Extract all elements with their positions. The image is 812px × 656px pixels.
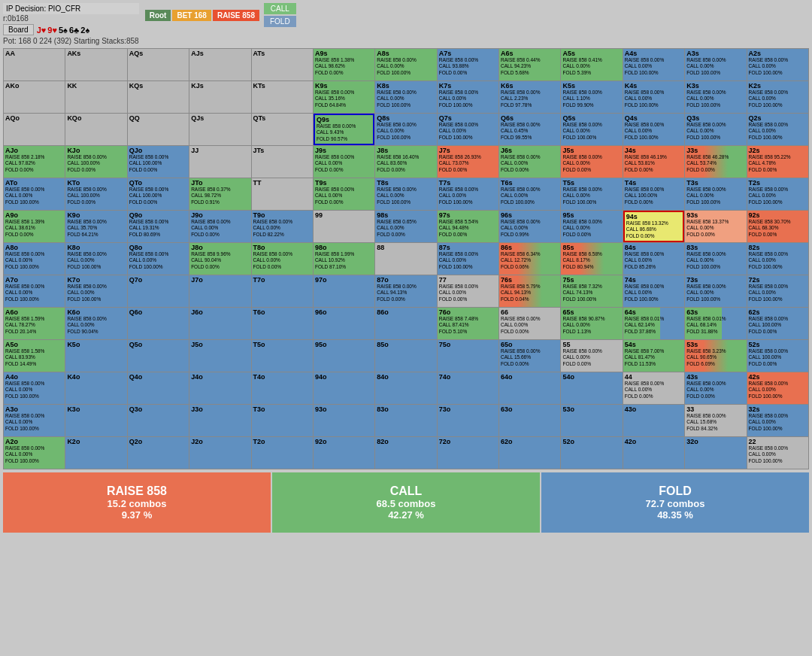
cell-T2o[interactable]: T2o xyxy=(252,437,313,469)
cell-64s[interactable]: 64s RAISE 858 0.01%CALL 62.14%FOLD 37.86… xyxy=(623,308,684,339)
cell-Q2s[interactable]: Q2s RAISE 858 0.00%CALL 0.00%FOLD 100.00… xyxy=(747,114,808,145)
cell-KTo[interactable]: KTo RAISE 858 0.00%CALL 100.00%FOLD 0.00… xyxy=(65,178,126,210)
cell-QJs[interactable]: QJs xyxy=(189,114,250,145)
cell-88[interactable]: 88 xyxy=(375,243,436,275)
cell-43s[interactable]: 43s RAISE 858 0.00%CALL 0.00%FOLD 0.00% xyxy=(685,372,746,404)
cell-44[interactable]: 44 RAISE 858 0.00%CALL 0.00%FOLD 0.00% xyxy=(623,372,684,404)
cell-J9s[interactable]: J9s RAISE 858 0.00%CALL 0.00%FOLD 0.00% xyxy=(314,146,374,178)
call-button[interactable]: CALL xyxy=(264,3,296,14)
cell-J5s[interactable]: J5s RAISE 858 0.00%CALL 0.00%FOLD 0.00% xyxy=(561,146,622,178)
cell-Q8s[interactable]: Q8s RAISE 858 0.00%CALL 0.00%FOLD 100.00… xyxy=(375,114,436,145)
cell-62s[interactable]: 62s RAISE 858 0.00%CALL 100.00%FOLD 0.00… xyxy=(747,308,808,339)
cell-T5o[interactable]: T5o xyxy=(252,340,313,372)
cell-99[interactable]: 99 xyxy=(314,211,374,242)
cell-76s[interactable]: 76s RAISE 858 5.79%CALL 94.13%FOLD 0.04% xyxy=(499,275,560,307)
cell-K6o[interactable]: K6o RAISE 858 0.00%CALL 0.00%FOLD 90.04% xyxy=(65,308,126,339)
cell-65o[interactable]: 65o RAISE 858 0.00%CALL 15.66%FOLD 0.00% xyxy=(499,340,560,372)
cell-JTo[interactable]: JTo RAISE 858 0.37%CALL 98.72%FOLD 0.91% xyxy=(189,178,250,210)
cell-A3o[interactable]: A3o RAISE 858 0.00%CALL 0.00%FOLD 100.00… xyxy=(4,405,65,436)
cell-J2s[interactable]: J2s RAISE 858 95.22%CALL 4.78%FOLD 0.00% xyxy=(747,146,808,178)
cell-T3s[interactable]: T3s RAISE 858 0.00%CALL 0.00%FOLD 100.00… xyxy=(685,178,746,210)
cell-A9o[interactable]: A9o RAISE 858 1.39%CALL 38.61%FOLD 0.00% xyxy=(4,211,65,242)
cell-KJo[interactable]: KJo RAISE 858 0.00%CALL 100.00%FOLD 0.00… xyxy=(65,146,126,178)
cell-22[interactable]: 22 RAISE 858 0.00%CALL 0.00%FOLD 100.00% xyxy=(747,437,808,469)
cell-QTs[interactable]: QTs xyxy=(252,114,313,145)
cell-K9o[interactable]: K9o RAISE 858 0.00%CALL 35.70%FOLD 64.21… xyxy=(65,211,126,242)
cell-97s[interactable]: 97s RAISE 858 5.54%CALL 94.48%FOLD 0.00% xyxy=(438,211,498,242)
cell-53s[interactable]: 53s RAISE 858 3.23%CALL 90.65%FOLD 6.09% xyxy=(685,340,746,372)
fold-button[interactable]: FOLD xyxy=(264,16,296,27)
cell-53o[interactable]: 53o xyxy=(561,405,622,436)
cell-86o[interactable]: 86o xyxy=(375,308,436,339)
cell-54s[interactable]: 54s RAISE 858 7.00%CALL 81.47%FOLD 11.53… xyxy=(623,340,684,372)
cell-A8s[interactable]: A8s RAISE 858 0.00%CALL 0.00%FOLD 100.00… xyxy=(375,49,436,80)
cell-Q2o[interactable]: Q2o xyxy=(128,437,189,469)
cell-75s[interactable]: 75s RAISE 858 7.32%CALL 74.13%FOLD 100.0… xyxy=(561,275,622,307)
cell-K4o[interactable]: K4o xyxy=(65,372,126,404)
cell-Q5o[interactable]: Q5o xyxy=(128,340,189,372)
cell-Q9s[interactable]: Q9s RAISE 858 0.00%CALL 9.43%FOLD 90.57% xyxy=(314,114,374,145)
cell-Q7o[interactable]: Q7o xyxy=(128,275,189,307)
cell-A2o[interactable]: A2o RAISE 858 0.00%CALL 0.00%FOLD 100.00… xyxy=(4,437,65,469)
cell-72s[interactable]: 72s RAISE 858 0.00%CALL 0.00%FOLD 100.00… xyxy=(747,275,808,307)
cell-J9o[interactable]: J9o RAISE 858 0.00%CALL 0.00%FOLD 0.00% xyxy=(189,211,250,242)
cell-K5s[interactable]: K5s RAISE 858 0.00%CALL 1.10%FOLD 99.90% xyxy=(561,81,622,113)
cell-AKs[interactable]: AKs xyxy=(65,49,126,80)
cell-84o[interactable]: 84o xyxy=(375,372,436,404)
cell-K5o[interactable]: K5o xyxy=(65,340,126,372)
bet-button[interactable]: BET 168 xyxy=(172,10,211,21)
cell-A6o[interactable]: A6o RAISE 858 1.59%CALL 78.27%FOLD 20.14… xyxy=(4,308,65,339)
cell-J7s[interactable]: J7s RAISE 858 26.93%CALL 73.07%FOLD 0.00… xyxy=(438,146,498,178)
cell-87o[interactable]: 87o RAISE 858 0.00%CALL 94.13%FOLD 0.00% xyxy=(375,275,436,307)
cell-92s[interactable]: 92s RAISE 858 30.70%CALL 68.30%FOLD 0.00… xyxy=(747,211,808,242)
cell-A4o[interactable]: A4o RAISE 858 0.00%CALL 0.00%FOLD 100.00… xyxy=(4,372,65,404)
cell-Q5s[interactable]: Q5s RAISE 858 0.00%CALL 0.00%FOLD 100.00… xyxy=(561,114,622,145)
cell-AQs[interactable]: AQs xyxy=(128,49,189,80)
cell-82o[interactable]: 82o xyxy=(375,437,436,469)
cell-A8o[interactable]: A8o RAISE 858 0.00%CALL 0.00%FOLD 100.00… xyxy=(4,243,65,275)
cell-KTs[interactable]: KTs xyxy=(252,81,313,113)
cell-85o[interactable]: 85o xyxy=(375,340,436,372)
cell-83s[interactable]: 83s RAISE 858 0.00%CALL 0.00%FOLD 100.00… xyxy=(685,243,746,275)
cell-J4s[interactable]: J4s RAISE 858 46.19%CALL 53.81%FOLD 0.00… xyxy=(623,146,684,178)
cell-43o[interactable]: 43o xyxy=(623,405,684,436)
cell-76o[interactable]: 76o RAISE 858 7.48%CALL 87.41%FOLD 5.10% xyxy=(438,308,498,339)
cell-J5o[interactable]: J5o xyxy=(189,340,250,372)
cell-JJ[interactable]: JJ xyxy=(189,146,250,178)
cell-J6s[interactable]: J6s RAISE 858 0.00%CALL 0.00%FOLD 0.00% xyxy=(499,146,560,178)
cell-K2o[interactable]: K2o xyxy=(65,437,126,469)
cell-83o[interactable]: 83o xyxy=(375,405,436,436)
cell-Q9o[interactable]: Q9o RAISE 858 0.00%CALL 19.31%FOLD 80.69… xyxy=(128,211,189,242)
cell-T6o[interactable]: T6o xyxy=(252,308,313,339)
cell-96o[interactable]: 96o xyxy=(314,308,374,339)
cell-A5o[interactable]: A5o RAISE 858 1.58%CALL 83.93%FOLD 14.49… xyxy=(4,340,65,372)
cell-63s[interactable]: 63s RAISE 858 0.01%CALL 68.14%FOLD 31.88… xyxy=(685,308,746,339)
cell-Q4o[interactable]: Q4o xyxy=(128,372,189,404)
cell-J4o[interactable]: J4o xyxy=(189,372,250,404)
cell-T7o[interactable]: T7o xyxy=(252,275,313,307)
cell-K4s[interactable]: K4s RAISE 858 0.00%CALL 0.00%FOLD 100.00… xyxy=(623,81,684,113)
cell-82s[interactable]: 82s RAISE 858 0.00%CALL 0.00%FOLD 100.00… xyxy=(747,243,808,275)
cell-Q3s[interactable]: Q3s RAISE 858 0.00%CALL 0.00%FOLD 100.00… xyxy=(685,114,746,145)
cell-A3s[interactable]: A3s RAISE 858 0.00%CALL 0.00%FOLD 100.00… xyxy=(685,49,746,80)
cell-QTo[interactable]: QTo RAISE 858 0.00%CALL 100.00%FOLD 0.00… xyxy=(128,178,189,210)
cell-72o[interactable]: 72o xyxy=(438,437,498,469)
cell-85s[interactable]: 85s RAISE 858 6.58%CALL 8.17%FOLD 80.94% xyxy=(561,243,622,275)
cell-K9s[interactable]: K9s RAISE 858 0.00%CALL 35.16%FOLD 64.84… xyxy=(314,81,374,113)
cell-A6s[interactable]: A6s RAISE 858 0.44%CALL 94.23%FOLD 5.68% xyxy=(499,49,560,80)
cell-62o[interactable]: 62o xyxy=(499,437,560,469)
cell-T6s[interactable]: T6s RAISE 858 0.00%CALL 0.00%FOLD 100.00… xyxy=(499,178,560,210)
cell-TT[interactable]: TT xyxy=(252,178,313,210)
cell-K6s[interactable]: K6s RAISE 858 0.00%CALL 2.23%FOLD 97.78% xyxy=(499,81,560,113)
cell-66[interactable]: 66 RAISE 858 0.00%CALL 0.00%FOLD 0.00% xyxy=(499,308,560,339)
cell-97o[interactable]: 97o xyxy=(314,275,374,307)
cell-98s[interactable]: 98s RAISE 858 0.65%CALL 0.00%FOLD 0.00% xyxy=(375,211,436,242)
cell-84s[interactable]: 84s RAISE 858 0.00%CALL 0.00%FOLD 85.26% xyxy=(623,243,684,275)
cell-Q3o[interactable]: Q3o xyxy=(128,405,189,436)
cell-T2s[interactable]: T2s RAISE 858 0.00%CALL 0.00%FOLD 100.00… xyxy=(747,178,808,210)
cell-T7s[interactable]: T7s RAISE 858 0.00%CALL 0.00%FOLD 100.00… xyxy=(438,178,498,210)
cell-K3s[interactable]: K3s RAISE 858 0.00%CALL 0.00%FOLD 100.00… xyxy=(685,81,746,113)
cell-33[interactable]: 33 RAISE 858 0.00%CALL 15.68%FOLD 84.32% xyxy=(685,405,746,436)
cell-A7o[interactable]: A7o RAISE 858 0.00%CALL 0.00%FOLD 100.00… xyxy=(4,275,65,307)
cell-K8s[interactable]: K8s RAISE 858 0.00%CALL 0.00%FOLD 100.00… xyxy=(375,81,436,113)
